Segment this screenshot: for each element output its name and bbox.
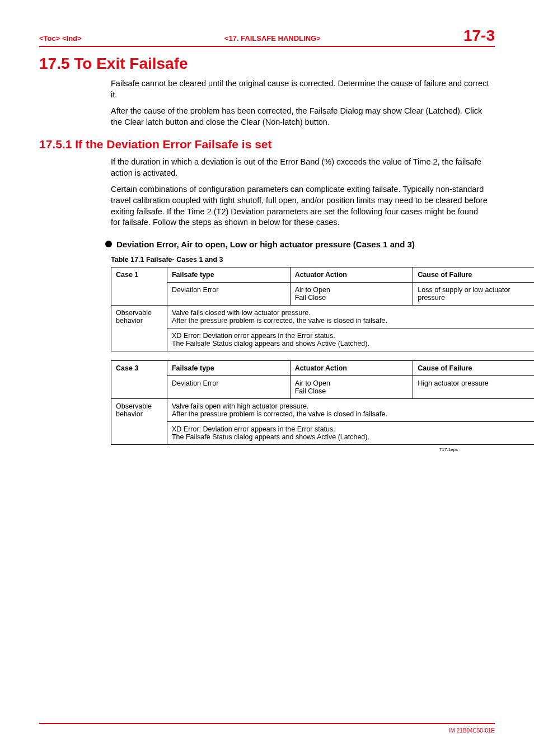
th-cause: Cause of Failure — [413, 360, 534, 375]
table-case-3: Case 3 Failsafe type Actuator Action Cau… — [111, 360, 534, 445]
td-actuator-action: Air to OpenFail Close — [290, 375, 413, 398]
th-case: Case 3 — [111, 360, 167, 398]
table-note: T17.1eps — [39, 447, 458, 452]
header-left[interactable]: <Toc> <Ind> — [39, 34, 82, 43]
table-row: Case 3 Failsafe type Actuator Action Cau… — [111, 360, 535, 375]
td-observable-behavior-1: Valve fails closed with low actuator pre… — [167, 305, 534, 328]
bullet-text: Deviation Error, Air to open, Low or hig… — [116, 240, 415, 249]
section-para-1: Failsafe cannot be cleared until the ori… — [111, 78, 489, 100]
table-case-1: Case 1 Failsafe type Actuator Action Cau… — [111, 267, 534, 351]
table-row: Deviation Error Air to OpenFail Close Hi… — [111, 375, 535, 398]
td-actuator-action: Air to OpenFail Close — [290, 282, 413, 305]
footer-docid: IM 21B04C50-01E — [449, 727, 495, 734]
subsection-para-1: If the duration in which a deviation is … — [111, 157, 489, 179]
td-observable-behavior-2: XD Error: Deviation error appears in the… — [167, 328, 534, 351]
bullet-heading: Deviation Error, Air to open, Low or hig… — [105, 240, 495, 249]
td-cause: Loss of supply or low actuator pressure — [413, 282, 534, 305]
td-failsafe-type: Deviation Error — [167, 375, 290, 398]
th-cause: Cause of Failure — [413, 267, 534, 282]
table-row: Observable behavior Valve fails closed w… — [111, 305, 535, 328]
table-row: XD Error: Deviation error appears in the… — [111, 421, 535, 444]
page-header: <Toc> <Ind> <17. FAILSAFE HANDLING> 17-3 — [39, 27, 495, 47]
td-failsafe-type: Deviation Error — [167, 282, 290, 305]
td-cause: High actuator pressure — [413, 375, 534, 398]
th-actuator-action: Actuator Action — [290, 267, 413, 282]
table-row: Deviation Error Air to OpenFail Close Lo… — [111, 282, 535, 305]
th-actuator-action: Actuator Action — [290, 360, 413, 375]
header-page-number: 17-3 — [463, 27, 495, 45]
th-failsafe-type: Failsafe type — [167, 360, 290, 375]
bullet-icon — [105, 241, 112, 247]
subsection-para-2: Certain combinations of configuration pa… — [111, 184, 489, 228]
td-observable-behavior-label: Observable behavior — [111, 398, 167, 444]
section-title: 17.5 To Exit Failsafe — [39, 55, 495, 73]
table-row: Observable behavior Valve fails open wit… — [111, 398, 535, 421]
header-center[interactable]: <17. FAILSAFE HANDLING> — [224, 34, 321, 43]
td-observable-behavior-1: Valve fails open with high actuator pres… — [167, 398, 534, 421]
table-row: Case 1 Failsafe type Actuator Action Cau… — [111, 267, 535, 282]
th-case: Case 1 — [111, 267, 167, 305]
page-footer: IM 21B04C50-01E — [39, 723, 495, 734]
table-row: XD Error: Deviation error appears in the… — [111, 328, 535, 351]
th-failsafe-type: Failsafe type — [167, 267, 290, 282]
subsection-title: 17.5.1 If the Deviation Error Failsafe i… — [39, 138, 495, 151]
td-observable-behavior-label: Observable behavior — [111, 305, 167, 351]
section-para-2: After the cause of the problem has been … — [111, 106, 489, 128]
table-caption: Table 17.1 Failsafe- Cases 1 and 3 — [111, 256, 495, 264]
td-observable-behavior-2: XD Error: Deviation error appears in the… — [167, 421, 534, 444]
